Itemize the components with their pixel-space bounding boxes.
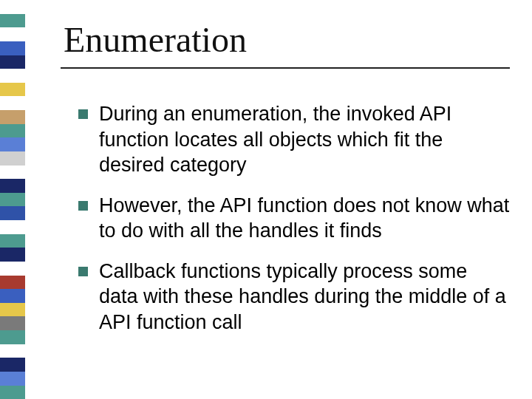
square-bullet-icon [78, 267, 88, 276]
bullet-text: During an enumeration, the invoked API f… [99, 103, 451, 176]
bullet-list: During an enumeration, the invoked API f… [64, 101, 511, 335]
title-underline [61, 67, 510, 69]
slide-content: Enumeration During an enumeration, the i… [64, 19, 511, 349]
bullet-item: However, the API function does not know … [78, 193, 511, 244]
bullet-item: Callback functions typically process som… [78, 259, 511, 335]
square-bullet-icon [78, 109, 88, 119]
bullet-item: During an enumeration, the invoked API f… [78, 101, 511, 178]
bullet-text: Callback functions typically process som… [99, 260, 506, 333]
decorative-color-strip [0, 0, 25, 399]
bullet-text: However, the API function does not know … [99, 194, 509, 242]
square-bullet-icon [78, 201, 88, 211]
slide-title: Enumeration [64, 19, 511, 60]
